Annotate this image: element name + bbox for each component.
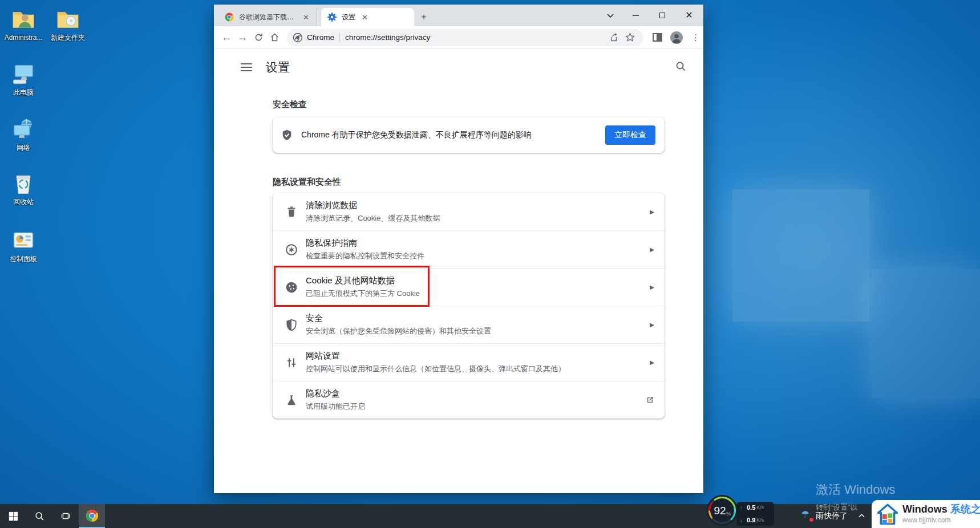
weather-alert-dot bbox=[809, 518, 813, 522]
download-arrow-icon: ↓ bbox=[740, 517, 746, 523]
address-separator bbox=[339, 33, 340, 42]
start-button[interactable] bbox=[0, 504, 26, 528]
row-subtitle: 控制网站可以使用和显示什么信息（如位置信息、摄像头、弹出式窗口及其他） bbox=[306, 364, 650, 374]
row-title: 清除浏览数据 bbox=[306, 200, 650, 211]
forward-button[interactable]: → bbox=[234, 30, 250, 46]
tab-download-page[interactable]: 谷歌浏览器下载_浏览器官网入口 ✕ bbox=[218, 8, 317, 26]
browser-toolbar: ← → Chrome chrome://settings/privacy bbox=[214, 26, 703, 49]
computer-icon bbox=[10, 62, 37, 87]
chrome-favicon-icon bbox=[224, 12, 234, 22]
page-title: 设置 bbox=[266, 59, 290, 75]
search-icon[interactable] bbox=[675, 60, 686, 72]
row-title: 隐私沙盒 bbox=[306, 388, 646, 399]
taskbar-search-button[interactable] bbox=[26, 504, 52, 528]
desktop-icon-label: 网络 bbox=[1, 144, 46, 152]
row-subtitle: 安全浏览（保护您免受危险网站的侵害）和其他安全设置 bbox=[306, 326, 650, 336]
taskbar-chrome-button[interactable] bbox=[79, 504, 105, 528]
speed-unit: K/s bbox=[756, 517, 764, 523]
gauge-value: 92 bbox=[714, 505, 726, 517]
row-privacy-sandbox[interactable]: 隐私沙盒 试用版功能已开启 bbox=[273, 381, 665, 419]
row-security[interactable]: 安全 安全浏览（保护您免受危险网站的侵害）和其他安全设置 ▶ bbox=[273, 306, 665, 343]
safety-check-card: Chrome 有助于保护您免受数据泄露、不良扩展程序等问题的影响 立即检查 bbox=[273, 117, 665, 153]
chevron-right-icon: ▶ bbox=[650, 322, 654, 328]
logo-title-en: Windows bbox=[902, 503, 947, 515]
row-cookies[interactable]: Cookie 及其他网站数据 已阻止无痕模式下的第三方 Cookie ▶ bbox=[273, 268, 665, 306]
window-maximize-button[interactable] bbox=[650, 5, 674, 26]
desktop-icon-administrator[interactable]: Administra... bbox=[1, 7, 46, 42]
check-now-button[interactable]: 立即检查 bbox=[605, 125, 655, 145]
desktop-icon-label: 回收站 bbox=[1, 198, 46, 206]
row-clear-browsing-data[interactable]: 清除浏览数据 清除浏览记录、Cookie、缓存及其他数据 ▶ bbox=[273, 193, 665, 230]
tab-settings[interactable]: 设置 ✕ bbox=[321, 8, 414, 26]
wallpaper-light-pane bbox=[732, 189, 869, 322]
desktop-icon-label: 新建文件夹 bbox=[46, 34, 90, 42]
row-title: 隐私保护指南 bbox=[306, 238, 650, 249]
tune-sliders-icon bbox=[285, 356, 298, 369]
menu-kebab-icon[interactable]: ⋮ bbox=[688, 33, 703, 43]
control-panel-icon bbox=[10, 228, 37, 253]
weather-umbrella-icon[interactable]: ☂ bbox=[801, 509, 809, 521]
row-site-settings[interactable]: 网站设置 控制网站可以使用和显示什么信息（如位置信息、摄像头、弹出式窗口及其他）… bbox=[273, 343, 665, 381]
shield-check-icon bbox=[281, 129, 293, 141]
chevron-right-icon: ▶ bbox=[650, 246, 654, 253]
new-tab-button[interactable]: + bbox=[417, 10, 431, 24]
privacy-card: 清除浏览数据 清除浏览记录、Cookie、缓存及其他数据 ▶ 隐私保护指南 检查… bbox=[273, 193, 665, 419]
speed-gauge[interactable]: 92 % bbox=[706, 494, 739, 527]
folder-icon bbox=[55, 7, 81, 32]
tab-close-icon[interactable]: ✕ bbox=[301, 13, 311, 22]
settings-gear-favicon-icon bbox=[327, 12, 337, 22]
tray-chevron-up-icon[interactable] bbox=[858, 513, 865, 518]
site-logo-card: Windows 系统之家 www.bjjmlv.com bbox=[872, 500, 980, 528]
network-speed-panel[interactable]: ↑ 0.5 K/s ↓ 0.9 K/s bbox=[736, 502, 774, 526]
reload-button[interactable] bbox=[250, 30, 266, 46]
chrome-badge-icon bbox=[293, 33, 303, 43]
desktop-icon-label: 此电脑 bbox=[1, 88, 46, 96]
desktop-icon-new-folder[interactable]: 新建文件夹 bbox=[46, 7, 90, 42]
desktop-icon-network[interactable]: 网络 bbox=[1, 117, 46, 152]
row-privacy-guide[interactable]: 隐私保护指南 检查重要的隐私控制设置和安全控件 ▶ bbox=[273, 230, 665, 268]
side-panel-icon[interactable] bbox=[649, 30, 665, 46]
hamburger-menu-icon[interactable] bbox=[241, 63, 252, 71]
trash-icon bbox=[285, 205, 298, 218]
section-label-privacy: 隐私设置和安全性 bbox=[273, 177, 341, 188]
bookmark-star-icon[interactable] bbox=[622, 30, 638, 46]
settings-header: 设置 bbox=[214, 49, 703, 86]
row-subtitle: 清除浏览记录、Cookie、缓存及其他数据 bbox=[306, 213, 650, 224]
network-icon bbox=[10, 117, 37, 142]
home-button[interactable] bbox=[266, 30, 282, 46]
desktop-icon-this-pc[interactable]: 此电脑 bbox=[1, 62, 46, 96]
row-subtitle: 试用版功能已开启 bbox=[306, 401, 646, 412]
task-view-button[interactable] bbox=[52, 504, 79, 528]
watermark-line1: 激活 Windows bbox=[816, 481, 895, 498]
tab-close-icon[interactable]: ✕ bbox=[360, 13, 370, 22]
desktop-icon-control-panel[interactable]: 控制面板 bbox=[1, 228, 46, 263]
upload-arrow-icon: ↑ bbox=[740, 505, 746, 511]
desktop-icon-recycle-bin[interactable]: 回收站 bbox=[1, 171, 46, 206]
desktop-icon-label: 控制面板 bbox=[1, 255, 46, 263]
chrome-window: 谷歌浏览器下载_浏览器官网入口 ✕ 设置 ✕ + ✕ ← → bbox=[214, 5, 703, 493]
privacy-guide-icon bbox=[285, 243, 298, 256]
user-folder-icon bbox=[10, 7, 37, 32]
gauge-unit: % bbox=[726, 511, 731, 517]
upload-speed: 0.5 bbox=[747, 504, 755, 511]
security-shield-icon bbox=[285, 319, 298, 331]
tab-title: 设置 bbox=[342, 13, 355, 22]
chevron-right-icon: ▶ bbox=[650, 284, 654, 290]
url-text[interactable]: chrome://settings/privacy bbox=[345, 33, 606, 42]
window-minimize-button[interactable] bbox=[623, 5, 647, 26]
window-close-button[interactable]: ✕ bbox=[677, 5, 701, 26]
open-in-new-icon bbox=[646, 396, 654, 404]
weather-text[interactable]: 雨快停了 bbox=[816, 504, 848, 528]
back-button[interactable]: ← bbox=[218, 30, 234, 46]
row-subtitle: 已阻止无痕模式下的第三方 Cookie bbox=[306, 289, 650, 299]
cookie-icon bbox=[285, 281, 298, 294]
logo-title-zh: 系统之家 bbox=[950, 503, 980, 515]
chevron-right-icon: ▶ bbox=[650, 209, 654, 215]
taskbar: ☂ 雨快停了 bbox=[0, 504, 980, 528]
profile-avatar[interactable] bbox=[669, 30, 685, 46]
share-icon[interactable] bbox=[606, 30, 622, 46]
row-title: 安全 bbox=[306, 313, 650, 324]
address-bar[interactable]: Chrome chrome://settings/privacy bbox=[287, 29, 643, 46]
tab-search-chevron-icon[interactable] bbox=[598, 5, 622, 26]
flask-icon bbox=[285, 394, 298, 407]
